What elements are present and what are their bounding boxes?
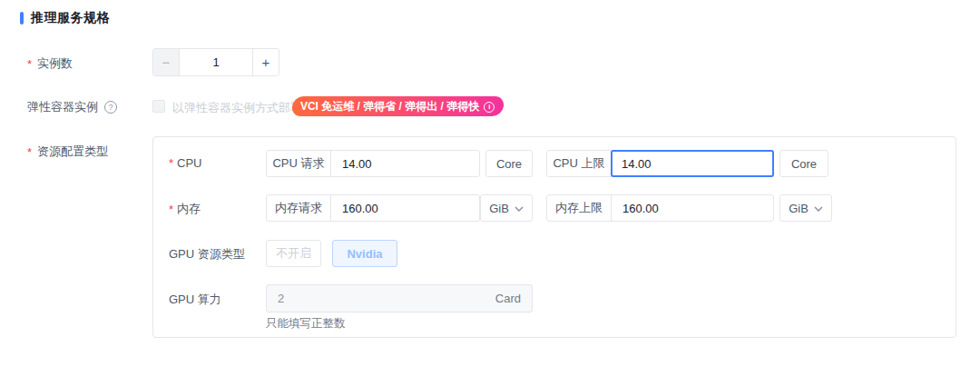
memory-limit-input[interactable] bbox=[612, 202, 773, 215]
gpu-power-label-text: GPU 算力 bbox=[169, 292, 221, 308]
help-icon[interactable]: ? bbox=[104, 101, 117, 114]
memory-row-label: * 内存 bbox=[169, 201, 201, 217]
gpu-type-nvidia-label: Nvidia bbox=[347, 247, 382, 261]
gpu-power-helper-text: 只能填写正整数 bbox=[266, 316, 346, 332]
chevron-down-icon bbox=[514, 206, 524, 212]
gpu-power-unit: Card bbox=[495, 292, 521, 305]
cpu-limit-unit-text: Core bbox=[791, 157, 817, 171]
section-title: 推理服务规格 bbox=[31, 10, 110, 26]
cpu-label-text: CPU bbox=[177, 156, 201, 170]
memory-limit-unit-select[interactable]: GiB bbox=[779, 194, 832, 222]
stepper-plus-button[interactable]: + bbox=[252, 49, 279, 75]
cpu-request-input[interactable] bbox=[331, 157, 479, 171]
cpu-request-field bbox=[331, 151, 479, 176]
gpu-type-off-label: 不开启 bbox=[276, 245, 311, 262]
gpu-type-label-text: GPU 资源类型 bbox=[169, 246, 245, 263]
memory-limit-unit-text: GiB bbox=[789, 202, 808, 215]
gpu-power-input[interactable] bbox=[278, 292, 441, 305]
cpu-request-prefix: CPU 请求 bbox=[267, 151, 331, 176]
cpu-limit-unit: Core bbox=[779, 150, 828, 177]
vci-label: 弹性容器实例 ? bbox=[27, 99, 117, 115]
vci-checkbox[interactable] bbox=[152, 100, 165, 113]
memory-request-unit-text: GiB bbox=[489, 202, 509, 215]
minus-icon: − bbox=[162, 55, 171, 70]
memory-label-text: 内存 bbox=[177, 201, 201, 217]
gpu-power-field: Card bbox=[266, 284, 533, 312]
cpu-request-group: CPU 请求 bbox=[266, 150, 480, 177]
cpu-row-label: * CPU bbox=[169, 156, 202, 170]
cpu-request-unit-text: Core bbox=[496, 157, 522, 171]
required-mark: * bbox=[169, 203, 173, 216]
memory-limit-prefix: 内存上限 bbox=[547, 195, 612, 221]
resource-config-panel: * CPU CPU 请求 Core CPU 上限 Core * 内存 内存请求 bbox=[152, 136, 956, 338]
cpu-limit-prefix: CPU 上限 bbox=[547, 151, 612, 176]
memory-limit-group: 内存上限 bbox=[546, 194, 774, 222]
info-icon[interactable]: i bbox=[484, 101, 495, 112]
instance-count-field bbox=[180, 49, 252, 75]
vci-checkbox-label: 以弹性容器实例方式部署 bbox=[172, 100, 302, 116]
resource-config-label-text: 资源配置类型 bbox=[37, 144, 108, 160]
section-accent-bar bbox=[20, 12, 24, 25]
memory-request-prefix: 内存请求 bbox=[267, 195, 331, 221]
instance-count-stepper: − + bbox=[152, 48, 279, 76]
resource-config-label: * 资源配置类型 bbox=[27, 144, 108, 160]
cpu-request-unit: Core bbox=[485, 150, 533, 177]
required-mark: * bbox=[169, 156, 173, 170]
instances-label-text: 实例数 bbox=[37, 55, 73, 72]
chevron-down-icon bbox=[814, 206, 823, 212]
cpu-limit-field-focused bbox=[611, 150, 774, 177]
vci-label-text: 弹性容器实例 bbox=[27, 99, 98, 115]
required-mark: * bbox=[27, 57, 32, 71]
cpu-limit-input[interactable] bbox=[612, 157, 772, 171]
gpu-type-nvidia-button[interactable]: Nvidia bbox=[332, 240, 397, 267]
memory-request-field bbox=[331, 195, 479, 221]
vci-promo-badge: VCI 免运维 / 弹得省 / 弹得出 / 弹得快 i bbox=[290, 96, 505, 116]
stepper-minus-button[interactable]: − bbox=[153, 49, 180, 75]
section-header: 推理服务规格 bbox=[20, 10, 110, 26]
required-mark: * bbox=[27, 145, 32, 159]
instance-count-input[interactable] bbox=[180, 49, 252, 75]
memory-request-group: 内存请求 bbox=[266, 194, 480, 222]
inference-spec-form: 推理服务规格 * 实例数 − + 弹性容器实例 ? 以弹性容器实例方式部署 VC… bbox=[0, 0, 980, 367]
gpu-power-row-label: GPU 算力 bbox=[169, 292, 221, 308]
memory-request-unit-select[interactable]: GiB bbox=[480, 194, 533, 222]
memory-request-input[interactable] bbox=[331, 202, 479, 215]
instances-label: * 实例数 bbox=[27, 55, 73, 72]
vci-badge-text: VCI 免运维 / 弹得省 / 弹得出 / 弹得快 bbox=[300, 99, 479, 114]
gpu-type-row-label: GPU 资源类型 bbox=[169, 246, 245, 263]
gpu-type-off-button[interactable]: 不开启 bbox=[266, 240, 321, 267]
cpu-limit-group: CPU 上限 bbox=[546, 150, 774, 177]
memory-limit-field bbox=[612, 195, 773, 221]
plus-icon: + bbox=[262, 55, 270, 70]
